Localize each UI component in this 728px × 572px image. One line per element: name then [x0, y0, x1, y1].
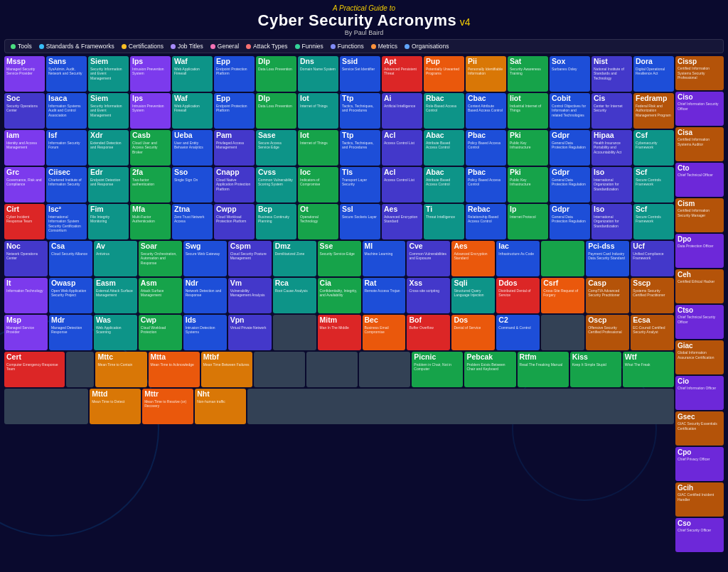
- certs-dot: [122, 44, 127, 49]
- tools-label: Tools: [18, 43, 32, 50]
- standards-dot: [39, 44, 44, 49]
- desc-pbac: Policy Based Access Control: [468, 141, 504, 150]
- abbr-cnapp: Cnapp: [216, 168, 252, 177]
- abbr-soar: Soar: [141, 242, 180, 251]
- desc-cis: Center for Internet Security: [594, 104, 630, 113]
- abbr-iso2: Iso: [594, 205, 630, 214]
- desc-fedramp: Federal Risk and Authorization Managemen…: [636, 104, 672, 118]
- desc-dora: Digital Operational Resilience Act: [636, 67, 672, 76]
- desc-ioc: Indicators of Compromise: [300, 178, 336, 187]
- desc-cspm: Cloud Security Posture Management: [230, 252, 269, 261]
- card-grc: Grc Governance, Risk and Compliance: [4, 167, 45, 203]
- card-fim: Fim File Integrity Monitoring: [88, 204, 129, 239]
- card-ecsa: Ecsa EC-Council Certified Security Analy…: [631, 315, 674, 350]
- abbr-rbac: Rbac: [426, 95, 462, 103]
- card-sqli: Sqli Structured Query Language Injection: [451, 278, 495, 313]
- desc-iac: Infrastructure As Code: [498, 252, 537, 257]
- abbr-dlp2: Dlp: [258, 95, 294, 103]
- abbr-iiot: Iiot: [510, 95, 546, 103]
- sidebar-cisa: Cisa Certified Information Systems Audit…: [675, 127, 724, 161]
- row-5: Cirt Cyber Incident Response Team Isc² I…: [4, 204, 674, 239]
- desc-iot2: Internet of Things: [300, 141, 336, 146]
- sidebar-cio: Cio Chief Information Officer: [675, 376, 724, 410]
- abbr-edr: Edr: [90, 168, 127, 177]
- desc-ssid: Service Set Identifier: [342, 67, 378, 72]
- desc-ztna: Zero Trust Network Access: [174, 215, 210, 224]
- desc-nht: Non-human traffic: [197, 399, 244, 404]
- card-cobit: Cobit Control Objectives for Information…: [550, 93, 590, 129]
- card-kiss: Kiss Keep It Simple Stupid: [570, 352, 621, 387]
- card-pki: Pki Public Key Infrastructure: [508, 130, 548, 166]
- card-gdpr2: Gdpr General Data Protection Regulation: [550, 167, 590, 203]
- card-isf: Isf Information Security Forum: [46, 130, 87, 166]
- desc-rca: Root Cause Analysis: [275, 288, 314, 293]
- desc-cwpp: Cloud Workload Protection Platform: [216, 215, 252, 224]
- abbr-bof: Bof: [409, 316, 448, 325]
- desc-scf2: Secure Controls Framework: [636, 215, 672, 224]
- abbr-soc: Soc: [6, 95, 43, 103]
- desc-ttp2: Tactics, Techniques, and Procedures: [342, 141, 378, 150]
- card-ueba: Ueba User and Entity Behavior Analytics: [172, 130, 213, 166]
- card-rtfm: Rtfm Read The Freaking Manual: [518, 352, 569, 387]
- abbr-sans: Sans: [48, 58, 85, 66]
- abbr-iac: Iac: [498, 242, 537, 251]
- card-apt: Apt Advanced Persistent Threat: [382, 56, 422, 92]
- sidebar-dpo: Dpo Data Protection Officer: [675, 234, 724, 268]
- abbr-acl: Acl: [384, 131, 420, 140]
- sidebar-cism: Cism Certified Information Security Mana…: [675, 198, 724, 232]
- abbr-owasp: Owasp: [51, 279, 90, 288]
- card-aes: Aes Advanced Encryption Standard: [382, 204, 422, 239]
- card-sscp2: Sscp Systems Security Certified Practiti…: [631, 278, 674, 313]
- abbr-ids: Ids: [186, 316, 225, 325]
- desc-pii: Personally Identifiable Information: [468, 67, 504, 76]
- card-rca: Rca Root Cause Analysis: [273, 278, 316, 313]
- card-mtbf: Mtbf Mean Time Between Failures: [201, 352, 252, 387]
- desc-mtbf: Mean Time Between Failures: [203, 362, 250, 367]
- card-divider: [273, 315, 316, 350]
- card-cirt: Cirt Cyber Incident Response Team: [4, 204, 45, 239]
- card-iac: Iac Infrastructure As Code: [496, 241, 540, 276]
- card-pam: Pam Privileged Access Management: [214, 130, 255, 166]
- abbr-asm: Asm: [141, 279, 180, 288]
- abbr-cobit: Cobit: [552, 95, 588, 103]
- desc-edr: Endpoint Detection and Response: [90, 178, 127, 187]
- card-cnapp: Cnapp Cloud Native Application Protectio…: [214, 167, 255, 203]
- abbr-tls: Tls: [342, 168, 378, 177]
- abbr-pbac: Pbac: [468, 131, 504, 140]
- abbr-abac: Abac: [426, 131, 462, 140]
- card-ips: Ips Intrusion Prevention System: [130, 56, 171, 92]
- abbr-pki2: Pki: [510, 168, 546, 177]
- abbr-sse: Sse: [320, 242, 359, 251]
- card-scf2: Scf Secure Controls Framework: [633, 204, 674, 239]
- card-dos: Dos Denial of Service: [451, 315, 495, 350]
- card-div-wide: [4, 389, 88, 424]
- abbr-dlp: Dlp: [258, 58, 294, 66]
- abbr-casb: Casb: [132, 131, 168, 140]
- abbr-ecsa: Ecsa: [633, 316, 672, 325]
- desc-cpo: Chief Privacy Officer: [678, 457, 722, 462]
- abbr-ceh: Ceh: [678, 271, 722, 279]
- legend-tools: Tools: [11, 43, 32, 50]
- abbr-apt: Apt: [384, 58, 420, 66]
- abbr-ot: Ot: [300, 205, 336, 214]
- row-3: Iam Identity and Access Management Isf I…: [4, 130, 674, 166]
- card-mdr: Mdr Managed Detection Response: [49, 315, 92, 350]
- abbr-dmz: Dmz: [275, 242, 314, 251]
- abbr-msp: Msp: [6, 316, 46, 325]
- card-isaca: Isaca Information Systems Audit and Cont…: [46, 93, 87, 129]
- legend-certs: Certifications: [122, 43, 164, 50]
- desc-vm: Vulnerability Management Analysis: [230, 288, 269, 298]
- abbr-abac2: Abac: [426, 168, 462, 177]
- abbr-rebac: Rebac: [468, 205, 504, 214]
- card-acl2: Acl Access Control List: [382, 167, 422, 203]
- desc-ndr: Network Detection and Response: [186, 288, 225, 298]
- abbr-ips2: Ips: [132, 95, 168, 103]
- abbr-iam: Iam: [6, 131, 43, 140]
- card-wtf: Wtf What The Freak: [623, 352, 674, 387]
- abbr-cwpp: Cwpp: [216, 205, 252, 214]
- card-cve: Cve Common Vulnerabilities and Exposure: [407, 241, 450, 276]
- card-owasp: Owasp Open Web Application Security Proj…: [49, 278, 92, 313]
- desc-ip: Internet Protocol: [510, 215, 546, 220]
- card-iiot: Iiot Industrial Internet of Things: [508, 93, 548, 129]
- card-mttd: Mttd Mean Time to Detect: [90, 389, 141, 424]
